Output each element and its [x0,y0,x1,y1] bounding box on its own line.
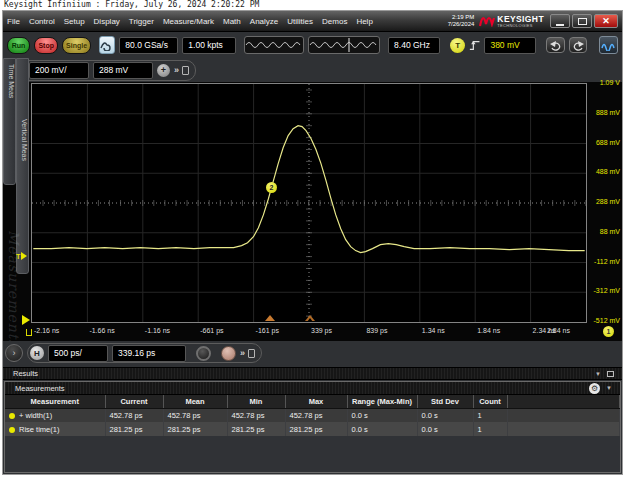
clock-date: 7/26/2024 [448,21,475,28]
measurement-value-cell: 1 [473,422,507,436]
channel-ground-marker[interactable] [22,315,30,325]
channel-color-dot [9,427,15,433]
restore-button[interactable] [572,14,592,28]
vertical-offset-box[interactable]: 288 mV [93,62,153,79]
results-collapse-icon[interactable]: ▼ [595,371,601,377]
results-bar: Results ▼ [3,367,622,380]
copy-setup-icon[interactable] [182,66,189,75]
channel-color-dot [9,413,15,419]
touch-knob-button[interactable] [221,346,236,361]
column-header-min[interactable]: Min [227,395,285,408]
measurement-value-cell [507,408,620,422]
tab-time-meas[interactable]: Time Meas [3,58,16,185]
menu-item-math[interactable]: Math [223,17,241,26]
results-dock-icon[interactable] [607,371,614,377]
column-header-count[interactable]: Count [473,395,507,408]
results-title: Results [3,369,38,378]
plot-region: Time Meas Vertical Meas Measurements 2 T… [3,82,622,341]
trigger-source-badge[interactable]: T [450,38,465,53]
waveform-preview-cursor-icon [309,37,379,53]
stop-button[interactable]: Stop [34,37,59,54]
touch-display-button[interactable] [99,36,116,54]
timeref-marker-icon[interactable] [265,315,275,321]
undo-icon [550,40,562,51]
measurement-value-cell: 281.25 ps [163,422,227,436]
menu-item-analyze[interactable]: Analyze [250,17,278,26]
close-button[interactable]: ✕ [594,14,618,28]
expand-controls-chevron[interactable]: » [174,65,178,75]
clock: 2:19 PM 7/26/2024 [448,14,475,28]
menu-item-utilities[interactable]: Utilities [287,17,313,26]
menu-item-file[interactable]: File [7,17,20,26]
redo-button[interactable] [569,37,588,53]
column-header-current[interactable]: Current [105,395,163,408]
trigger-level-box[interactable]: 380 mV [484,37,536,54]
bandwidth-box[interactable]: 8.40 GHz [388,37,440,54]
trigger-slope-icon[interactable] [469,39,480,52]
measurements-header: Measurements ⚙ ▼ [5,382,620,395]
waveform-trace [32,84,586,322]
y-axis-label: 688 mV [596,139,620,146]
column-header-mean[interactable]: Mean [163,395,227,408]
waveform-preview-1[interactable] [244,36,304,54]
column-header-empty[interactable] [507,395,620,408]
x-axis-labels: -2.16 ns-1.66 ns-1.16 ns-661 ps-161 ps33… [31,323,587,340]
x-axis-label: 2.84 ns [547,327,570,334]
toolbar: Run Stop Single 80.0 GSa/s 1.00 kpts [3,32,622,58]
measurement-row-width-1[interactable]: + width(1)452.78 ps452.78 ps452.78 ps452… [5,408,620,422]
measurements-watermark: Measurements [6,230,22,348]
menu-item-setup[interactable]: Setup [64,17,85,26]
add-channel-button[interactable]: + [157,64,170,77]
menu-item-display[interactable]: Display [94,17,120,26]
measurement-label: Rise time(1) [19,425,59,434]
waveform-preview-2[interactable] [308,36,380,54]
x-axis-label: -161 ps [256,327,279,334]
vertical-scale-box[interactable]: 200 mV/ [29,62,89,79]
trigger-time-marker-icon[interactable] [305,315,315,321]
run-button[interactable]: Run [7,37,30,54]
measurement-value-cell: 452.78 ps [105,408,163,422]
measurements-menu-icon[interactable]: ▼ [606,385,612,391]
waveform-display[interactable]: 2 [31,83,587,323]
y-axis-label: 288 mV [596,198,620,205]
measurement-label: + width(1) [19,411,52,420]
memory-depth-box[interactable]: 1.00 kpts [182,37,236,54]
measurements-panel: Measurements ⚙ ▼ MeasurementCurrentMeanM… [4,381,621,473]
trigger-level-marker[interactable]: T [16,252,27,260]
copy-horizontal-icon[interactable] [248,349,255,358]
measurements-title: Measurements [5,384,65,393]
screen: Keysight Infiniium : Friday, July 26, 20… [0,0,625,480]
zoom-knob-button[interactable] [196,346,211,361]
x-axis-label: 839 ps [366,327,387,334]
trigger-point-marker[interactable]: 2 [266,182,277,193]
single-button[interactable]: Single [62,37,90,54]
minimize-icon [556,24,564,26]
column-header-std-dev[interactable]: Std Dev [417,395,473,408]
expand-horizontal-chevron[interactable]: » [240,348,244,358]
sample-rate-box[interactable]: 80.0 GSa/s [119,37,178,54]
close-icon: ✕ [602,16,610,26]
timebase-box[interactable]: 500 ps/ [48,345,108,362]
measurement-value-cell: 281.25 ps [105,422,163,436]
menu-item-measure-mark[interactable]: Measure/Mark [163,17,214,26]
menu-item-demos[interactable]: Demos [322,17,347,26]
horizontal-position-box[interactable]: 339.16 ps [112,345,186,362]
x-axis-label: -1.16 ns [145,327,170,334]
column-header-max[interactable]: Max [285,395,347,408]
measurement-value-cell: 0.0 s [347,408,417,422]
undo-button[interactable] [546,37,565,53]
menu-item-trigger[interactable]: Trigger [129,17,154,26]
results-expander-button[interactable]: › [5,344,23,362]
menu-item-control[interactable]: Control [29,17,55,26]
gear-icon[interactable]: ⚙ [589,383,600,394]
menu-item-help[interactable]: Help [356,17,372,26]
minimize-button[interactable] [550,14,570,28]
measurement-row-rise-time-1[interactable]: Rise time(1)281.25 ps281.25 ps281.25 ps2… [5,422,620,436]
measurement-value-cell: 452.78 ps [227,408,285,422]
blue-waveform-icon [601,39,616,51]
horizontal-badge[interactable]: H [30,346,44,360]
y-axis-label: 88 mV [600,228,620,235]
waveform-tools-button[interactable] [599,36,618,54]
column-header-measurement[interactable]: Measurement [5,395,105,408]
column-header-range-max-min[interactable]: Range (Max-Min) [347,395,417,408]
